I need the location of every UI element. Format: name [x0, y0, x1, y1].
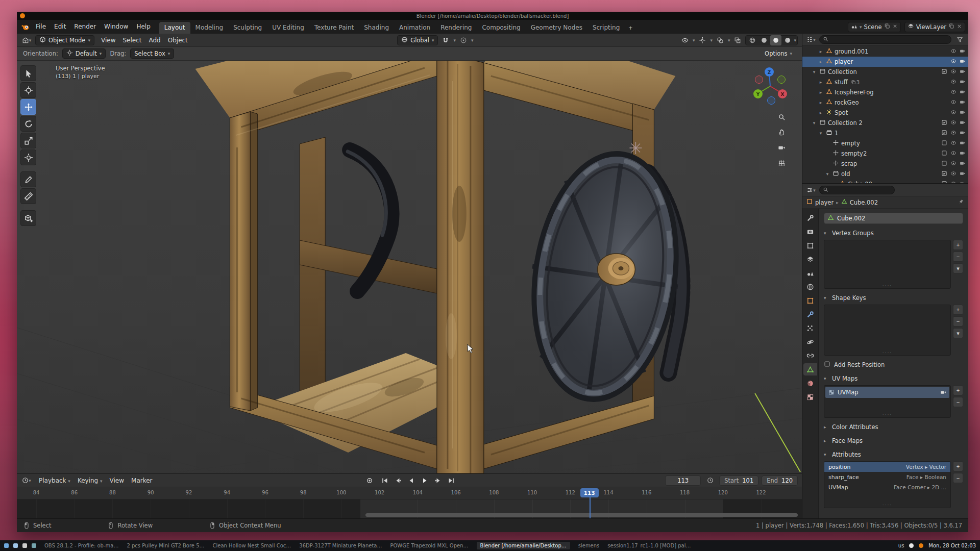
taskbar-clock[interactable]: Mon, 28 Oct 02:03 [928, 543, 976, 548]
shape-key-specials-button[interactable]: ▾ [953, 328, 963, 338]
outliner-row-rockgeo[interactable]: ▸rockGeo [802, 97, 968, 108]
properties-tab-particles[interactable] [803, 322, 817, 334]
filter-icon[interactable] [954, 35, 965, 45]
workspace-tab-uv-editing[interactable]: UV Editing [267, 22, 309, 34]
eye-toggle[interactable] [950, 119, 957, 127]
remove-viewlayer-icon[interactable] [957, 23, 962, 31]
outliner-row-stuff[interactable]: ▸stuff3 [802, 77, 968, 87]
axis-neg-z[interactable] [768, 97, 775, 105]
breadcrumb-object[interactable]: player [815, 199, 834, 206]
tool-scale[interactable] [20, 133, 36, 148]
new-scene-icon[interactable] [884, 23, 890, 31]
start-frame-field[interactable]: Start101 [719, 475, 758, 486]
outliner-row-old[interactable]: ▾old [802, 169, 968, 179]
outliner-row-spot[interactable]: ▸Spot [802, 108, 968, 118]
workspace-tab-rendering[interactable]: Rendering [435, 22, 477, 34]
window-titlebar[interactable]: Blender [/home/amalie/Desktop/blender/ba… [17, 12, 968, 20]
uv-maps-list[interactable]: UVMap ···· [824, 385, 951, 418]
workspace-tab-layout[interactable]: Layout [159, 22, 190, 34]
proportional-options-chevron[interactable]: ▾ [471, 38, 474, 43]
checkbox-empty-toggle[interactable] [941, 150, 947, 158]
properties-tab-modifiers[interactable] [803, 308, 817, 320]
tool-annotate[interactable] [20, 171, 36, 187]
taskbar-item-obs-28-1-2-pro[interactable]: OBS 28.1.2 - Profile: ob-ma… [44, 543, 118, 548]
breadcrumb-data[interactable]: Cube.002 [850, 199, 878, 206]
vertex-group-specials-button[interactable]: ▾ [953, 263, 963, 273]
workspace-tab-texture-paint[interactable]: Texture Paint [309, 22, 359, 34]
attributes-list[interactable]: positionVertex ▸ Vectorsharp_faceFace ▸ … [824, 461, 951, 508]
vertex-groups-list[interactable]: ···· [824, 240, 951, 289]
tool-select-box[interactable] [20, 65, 36, 81]
properties-tab-texture[interactable] [803, 391, 817, 403]
axis-neg-x[interactable] [755, 76, 763, 84]
menu-file[interactable]: File [32, 20, 50, 34]
timeline-menu-playback[interactable]: Playback ▾ [35, 477, 74, 484]
properties-tab-viewlayer[interactable] [803, 253, 817, 265]
expand-arrow[interactable]: ▸ [831, 182, 837, 183]
remove-uv-map-button[interactable]: − [953, 397, 963, 407]
unlink-scene-icon[interactable] [892, 23, 898, 31]
scene-selector[interactable]: ▾ Scene [848, 22, 901, 32]
camera-toggle[interactable] [960, 150, 966, 158]
properties-editor-type-button[interactable]: ▾ [805, 185, 817, 195]
expand-arrow[interactable]: ▾ [811, 120, 817, 126]
empty-marker[interactable] [629, 142, 642, 154]
eye-toggle[interactable] [950, 140, 957, 147]
menu-window[interactable]: Window [100, 20, 132, 34]
workspace-tab-compositing[interactable]: Compositing [477, 22, 525, 34]
timeline-ruler[interactable]: 8486889092949698100102104106108110112114… [17, 487, 802, 499]
jump-to-start-button[interactable] [379, 475, 391, 486]
eye-toggle[interactable] [950, 150, 957, 158]
tool-add-cube[interactable] [20, 210, 36, 226]
viewport-menu-select[interactable]: Select [119, 37, 145, 44]
checkbox-toggle[interactable] [941, 130, 947, 137]
axis-neg-y[interactable] [778, 76, 786, 84]
camera-toggle[interactable] [960, 130, 966, 137]
menu-help[interactable]: Help [132, 20, 154, 34]
uv-map-row-uvmap[interactable]: UVMap [825, 387, 949, 398]
blender-logo-icon[interactable] [20, 22, 31, 32]
current-frame-field[interactable]: 113 [665, 475, 701, 486]
frame-near-post[interactable] [437, 61, 484, 473]
eye-toggle[interactable] [950, 160, 957, 168]
expand-arrow[interactable]: ▸ [818, 59, 824, 64]
shape-keys-header[interactable]: ▾ Shape Keys [824, 293, 963, 303]
camera-toggle[interactable] [960, 140, 966, 147]
workspace-tab-shading[interactable]: Shading [359, 22, 394, 34]
camera-toggle[interactable] [960, 48, 966, 56]
outliner-row-player[interactable]: ▸player [802, 57, 968, 67]
properties-search-input[interactable] [819, 186, 895, 194]
camera-toggle[interactable] [960, 109, 966, 117]
camera-toggle[interactable] [960, 89, 966, 96]
add-vertex-group-button[interactable]: + [953, 240, 963, 250]
shading-wireframe-button[interactable] [747, 35, 758, 45]
workspace-tab-modeling[interactable]: Modeling [190, 22, 229, 34]
navigation-gizmo[interactable]: Z Y X [749, 65, 792, 109]
outliner-row-ground-001[interactable]: ▸ground.001 [802, 46, 968, 57]
snap-options-chevron[interactable]: ▾ [453, 38, 456, 43]
outliner-search-input[interactable] [819, 35, 951, 44]
taskbar-item-powge-trapezoid[interactable]: POWGE Trapezoid MXL Open… [390, 543, 468, 548]
tool-measure[interactable] [20, 188, 36, 204]
checkbox-icon[interactable] [824, 361, 830, 369]
outliner-row-sempty2[interactable]: sempty2 [802, 148, 968, 159]
eye-toggle[interactable] [950, 109, 957, 117]
timeline-track[interactable] [17, 499, 802, 518]
viewport-menu-view[interactable]: View [97, 37, 119, 44]
eye-toggle[interactable] [950, 170, 957, 178]
launcher-icon-1[interactable] [13, 543, 18, 548]
checkbox-toggle[interactable] [941, 181, 947, 184]
outliner-editor-type-button[interactable]: ▾ [805, 35, 817, 45]
pin-icon[interactable] [958, 198, 964, 206]
shading-material-button[interactable] [770, 35, 781, 45]
timeline-menu-marker[interactable]: Marker [128, 477, 156, 484]
properties-tab-tool[interactable] [803, 212, 817, 224]
tool-transform[interactable] [20, 149, 36, 165]
add-rest-position-row[interactable]: Add Rest Position [824, 360, 963, 369]
previous-keyframe-button[interactable] [392, 475, 404, 486]
menu-render[interactable]: Render [70, 20, 100, 34]
shape-keys-list[interactable]: ···· [824, 305, 951, 356]
checkbox-empty-toggle[interactable] [941, 140, 947, 147]
taskbar-item-2-pcs-pulley-min[interactable]: 2 pcs Pulley Mini GT2 Bore 5… [127, 543, 204, 548]
color-attributes-header[interactable]: ▸ Color Attributes [824, 422, 963, 432]
